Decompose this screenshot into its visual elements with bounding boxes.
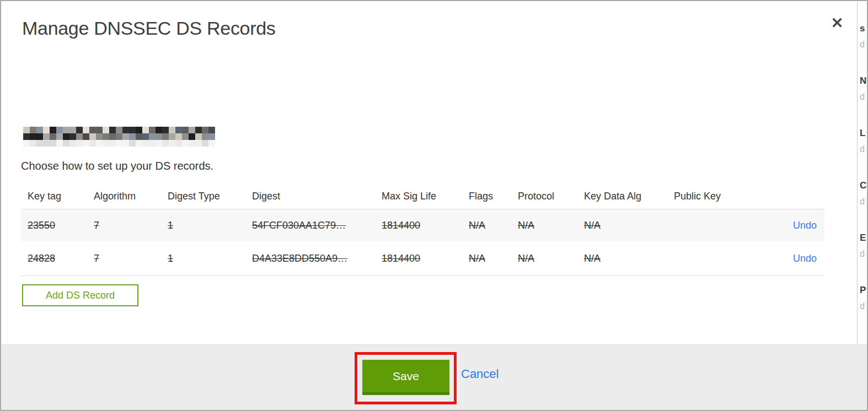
column-header: Algorithm	[87, 191, 161, 202]
table-cell-action: Undo	[757, 253, 824, 264]
redaction-pixel	[30, 140, 36, 147]
redaction-pixel	[116, 140, 122, 147]
table-cell: 1814400	[375, 220, 462, 231]
redaction-pixel	[129, 127, 136, 133]
background-link-fragment: d	[860, 249, 865, 259]
redaction-pixel	[76, 127, 83, 133]
redaction-pixel	[156, 127, 162, 133]
table-header-row: Key tagAlgorithmDigest TypeDigestMax Sig…	[21, 183, 824, 209]
column-header: Public Key	[667, 191, 757, 202]
table-cell: 24828	[21, 253, 87, 264]
redaction-pixel	[36, 127, 43, 133]
undo-link[interactable]: Undo	[793, 253, 817, 264]
redaction-pixel	[83, 140, 89, 147]
ds-records-table: Key tagAlgorithmDigest TypeDigestMax Sig…	[21, 183, 824, 276]
redaction-pixel	[175, 127, 182, 133]
redaction-pixel	[56, 133, 63, 140]
table-row: 2482871D4A33E8DD550A9…1814400N/AN/AN/AUn…	[21, 241, 824, 276]
redaction-pixel	[89, 133, 96, 140]
redaction-pixel	[50, 127, 56, 133]
redaction-pixel	[96, 140, 103, 147]
redaction-pixel	[96, 133, 103, 140]
redaction-pixel	[103, 133, 109, 140]
redaction-pixel	[156, 133, 162, 140]
redaction-pixel	[175, 133, 182, 140]
column-header: Flags	[462, 191, 511, 202]
column-header: Max Sig Life	[375, 191, 462, 202]
table-cell: 1	[161, 253, 245, 264]
redaction-pixel	[96, 127, 103, 133]
redaction-pixel	[136, 133, 142, 140]
background-text-fragment: E	[860, 232, 866, 244]
redaction-pixel	[116, 127, 122, 133]
background-link-fragment: d	[860, 301, 865, 311]
redaction-pixel	[76, 140, 83, 147]
background-page-sliver: sdNdLdCdEdPd	[857, 2, 868, 344]
column-header: Key tag	[21, 191, 87, 202]
background-link-fragment: d	[860, 144, 865, 154]
redaction-pixel	[36, 133, 43, 140]
redaction-pixel	[189, 133, 195, 140]
redaction-pixel	[109, 133, 116, 140]
redaction-pixel	[69, 140, 76, 147]
redaction-pixel	[182, 127, 189, 133]
table-cell: 7	[87, 253, 161, 264]
redaction-pixel	[182, 140, 189, 147]
redaction-pixel	[149, 140, 156, 147]
page-title: Manage DNSSEC DS Records	[22, 18, 276, 39]
redaction-pixel	[122, 140, 129, 147]
redaction-pixel	[30, 127, 36, 133]
redaction-pixel	[69, 127, 76, 133]
save-button[interactable]: Save	[362, 360, 449, 395]
redaction-pixel	[50, 140, 56, 147]
redaction-pixel	[30, 133, 36, 140]
redaction-pixel	[195, 127, 202, 133]
table-cell: N/A	[577, 220, 667, 231]
column-header: Key Data Alg	[577, 191, 667, 202]
redaction-pixel	[142, 140, 149, 147]
redaction-pixel	[103, 140, 109, 147]
redaction-pixel	[103, 127, 109, 133]
redaction-pixel	[208, 140, 215, 147]
redaction-pixel	[23, 127, 30, 133]
redaction-pixel	[36, 140, 43, 147]
table-cell-action: Undo	[757, 220, 824, 231]
redaction-pixel	[83, 127, 89, 133]
redaction-pixel	[122, 133, 129, 140]
column-header: Digest Type	[161, 191, 245, 202]
background-text-fragment: N	[860, 75, 866, 86]
redaction-pixel	[149, 127, 156, 133]
column-header: Protocol	[511, 191, 577, 202]
redaction-pixel	[23, 133, 30, 140]
redaction-pixel	[56, 127, 63, 133]
redaction-pixel	[63, 127, 69, 133]
redaction-pixel	[156, 140, 162, 147]
redaction-pixel	[122, 127, 129, 133]
redaction-pixel	[129, 133, 136, 140]
redaction-pixel	[175, 140, 182, 147]
redaction-pixel	[136, 127, 142, 133]
redaction-pixel	[169, 133, 175, 140]
redaction-pixel	[195, 133, 202, 140]
table-cell: N/A	[577, 253, 667, 264]
footer-bar: Save Cancel	[1, 344, 867, 410]
redaction-pixel	[202, 133, 208, 140]
table-cell: N/A	[462, 220, 511, 231]
table-row: 235507154FCF030AA1C79…1814400N/AN/AN/AUn…	[21, 209, 824, 241]
table-cell: N/A	[462, 253, 511, 264]
redaction-pixel	[129, 140, 136, 147]
redaction-pixel	[43, 133, 50, 140]
close-icon[interactable]: ✕	[827, 13, 847, 33]
redaction-pixel	[162, 140, 169, 147]
redaction-pixel	[23, 140, 30, 147]
cancel-link[interactable]: Cancel	[461, 367, 499, 381]
redaction-pixel	[63, 133, 69, 140]
redaction-pixel	[109, 140, 116, 147]
redaction-pixel	[149, 133, 156, 140]
table-cell: N/A	[511, 253, 577, 264]
add-ds-record-button[interactable]: Add DS Record	[22, 284, 138, 306]
redaction-pixel	[50, 133, 56, 140]
undo-link[interactable]: Undo	[793, 220, 817, 231]
redaction-pixel	[69, 133, 76, 140]
redaction-pixel	[89, 140, 96, 147]
